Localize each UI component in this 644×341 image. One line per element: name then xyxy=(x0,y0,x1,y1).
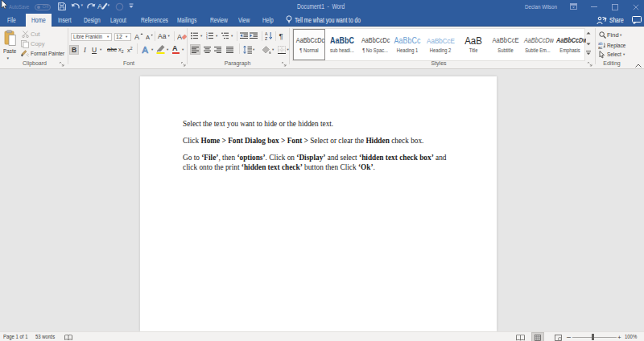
svg-text:A: A xyxy=(97,2,102,10)
svg-text:A: A xyxy=(134,33,139,40)
svg-text:ac: ac xyxy=(598,45,603,49)
svg-text:A: A xyxy=(142,45,149,55)
svg-text:A: A xyxy=(177,33,182,41)
svg-text:Z: Z xyxy=(265,36,267,40)
svg-text:A: A xyxy=(146,34,150,40)
svg-text:3: 3 xyxy=(206,37,208,39)
